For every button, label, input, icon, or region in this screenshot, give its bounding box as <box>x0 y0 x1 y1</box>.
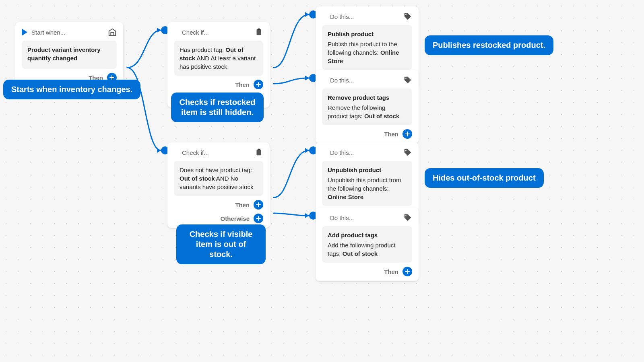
tag-icon <box>403 12 412 21</box>
cond1-then-label: Then <box>235 81 250 88</box>
cond2-otherwise-add-button[interactable] <box>254 214 263 223</box>
act-addtag-title: Add product tags <box>328 231 407 239</box>
act-removetag-header: Do this... <box>330 77 354 84</box>
action-addtag-card[interactable]: Do this... Add product tags Add the foll… <box>316 208 419 281</box>
act-addtag-desc: Add the following product tags: Out of s… <box>328 241 407 258</box>
svg-rect-8 <box>257 150 261 156</box>
svg-marker-3 <box>305 76 309 80</box>
act-unpublish-header: Do this... <box>330 149 354 156</box>
cond2-header-label: Check if... <box>182 149 209 156</box>
action-removetag-card[interactable]: Do this... Remove product tags Remove th… <box>316 70 419 144</box>
cond1-header-label: Check if... <box>182 29 209 36</box>
cond2-body: Does not have product tag: Out of stock … <box>174 161 263 196</box>
tag-icon <box>403 148 412 157</box>
clipboard-icon <box>254 148 263 157</box>
act-publish-title: Publish product <box>328 30 407 38</box>
cond2-otherwise-label: Otherwise <box>220 215 250 222</box>
svg-point-12 <box>405 150 407 151</box>
act-publish-desc: Publish this product to the following ch… <box>328 40 407 65</box>
svg-point-11 <box>405 78 407 79</box>
svg-rect-6 <box>257 29 261 35</box>
act-removetag-add-button[interactable] <box>402 129 412 139</box>
cond2-then-label: Then <box>235 202 250 208</box>
svg-marker-5 <box>305 213 309 218</box>
act-addtag-then-label: Then <box>384 268 398 275</box>
trigger-card[interactable]: Start when... Product variant inventory … <box>15 22 123 87</box>
svg-point-10 <box>405 14 407 15</box>
svg-marker-4 <box>305 148 309 153</box>
trigger-title: Product variant inventory quantity chang… <box>27 45 111 62</box>
svg-marker-2 <box>305 12 309 17</box>
act-unpublish-title: Unpublish product <box>328 166 407 174</box>
svg-marker-1 <box>157 148 161 153</box>
act-removetag-title: Remove product tags <box>328 93 407 102</box>
act-removetag-desc: Remove the following product tags: Out o… <box>328 103 407 120</box>
act-removetag-then-label: Then <box>384 131 398 138</box>
act-unpublish-desc: Unpublish this product from the followin… <box>328 176 407 201</box>
cond2-then-add-button[interactable] <box>254 200 263 210</box>
act-publish-header: Do this... <box>330 13 354 20</box>
annotation-2: Checks if restocked item is still hidden… <box>171 93 264 122</box>
act-addtag-add-button[interactable] <box>402 267 412 276</box>
tag-icon <box>403 213 412 222</box>
annotation-4: Publishes restocked product. <box>425 35 553 55</box>
play-icon <box>22 29 27 36</box>
flow-canvas: Start when... Product variant inventory … <box>0 0 644 362</box>
tag-icon <box>403 76 412 84</box>
annotation-5: Hides out-of-stock product <box>425 168 544 188</box>
trigger-header-label: Start when... <box>31 29 65 36</box>
cond1-body: Has product tag: Out of stock AND At lea… <box>174 41 263 76</box>
act-addtag-header: Do this... <box>330 214 354 221</box>
svg-point-13 <box>405 215 407 216</box>
annotation-1: Starts when inventory changes. <box>3 80 140 99</box>
svg-marker-0 <box>157 28 161 33</box>
svg-rect-9 <box>258 149 260 150</box>
svg-rect-7 <box>258 29 260 30</box>
annotation-3: Checks if visible item is out of stock. <box>176 224 266 264</box>
warehouse-icon <box>108 28 117 37</box>
condition-card-2[interactable]: Check if... Does not have product tag: O… <box>167 142 270 228</box>
cond1-then-add-button[interactable] <box>254 80 263 89</box>
clipboard-icon <box>254 28 263 37</box>
